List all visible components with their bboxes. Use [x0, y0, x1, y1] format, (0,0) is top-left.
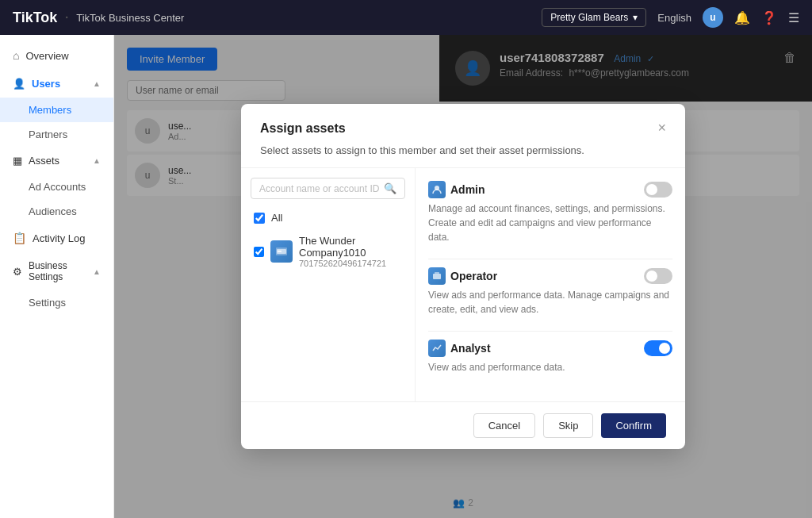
- operator-toggle[interactable]: [644, 268, 672, 284]
- sidebar-section-users[interactable]: 👤 Users ▲: [0, 70, 113, 98]
- account-name: The Wunder Company1010: [299, 235, 402, 259]
- sidebar-item-settings[interactable]: Settings: [0, 290, 113, 315]
- content-area: Invite Member u use... Ad... u use... St…: [114, 35, 812, 518]
- sidebar-label-settings: Settings: [29, 297, 66, 309]
- assign-assets-modal: Assign assets × Select assets to assign …: [241, 104, 685, 449]
- sidebar-section-assets[interactable]: ▦ Assets ▲: [0, 147, 113, 175]
- sidebar-item-overview[interactable]: ⌂ Overview: [0, 41, 113, 70]
- sidebar-item-partners[interactable]: Partners: [0, 122, 113, 147]
- brand-name: TikTok: [13, 10, 57, 26]
- analyst-role-name: Analyst: [450, 342, 491, 355]
- users-icon: 👤: [13, 78, 25, 90]
- topbar: TikTok · TikTok Business Center Pretty G…: [0, 0, 812, 35]
- analyst-toggle[interactable]: [644, 340, 672, 356]
- notification-icon[interactable]: 🔔: [734, 10, 750, 25]
- sidebar-item-members[interactable]: Members: [0, 98, 113, 122]
- modal-left-panel: 🔍 All: [241, 168, 416, 401]
- sidebar-item-audiences[interactable]: Audiences: [0, 199, 113, 224]
- account-switcher-button[interactable]: Pretty Glam Bears ▾: [542, 8, 646, 27]
- assets-chevron-icon: ▲: [93, 156, 101, 165]
- account-icon: [270, 240, 293, 263]
- role-divider-2: [428, 331, 672, 332]
- sidebar-label-ad-accounts: Ad Accounts: [29, 181, 86, 193]
- role-title-operator: Operator: [428, 267, 497, 285]
- sidebar-label-assets: Assets: [29, 155, 59, 167]
- role-header-admin: Admin: [428, 181, 672, 198]
- role-header-operator: Operator: [428, 267, 672, 285]
- analyst-role-icon: [428, 340, 446, 357]
- search-icon: 🔍: [384, 182, 396, 194]
- all-label[interactable]: All: [271, 212, 282, 224]
- modal-right-panel: Admin Manage ad account finances, settin…: [416, 168, 685, 401]
- confirm-button[interactable]: Confirm: [601, 413, 666, 438]
- account-checkbox[interactable]: [254, 247, 264, 257]
- sidebar-item-activity-log[interactable]: 📋 Activity Log: [0, 224, 113, 252]
- role-section-admin: Admin Manage ad account finances, settin…: [428, 181, 672, 244]
- menu-icon[interactable]: ☰: [788, 10, 799, 25]
- role-header-analyst: Analyst: [428, 340, 672, 357]
- role-divider-1: [428, 259, 672, 259]
- admin-toggle[interactable]: [644, 182, 672, 198]
- main-layout: ⌂ Overview 👤 Users ▲ Members Partners ▦ …: [0, 35, 812, 518]
- account-info: The Wunder Company1010 70175262049617472…: [299, 235, 402, 268]
- svg-rect-5: [435, 272, 439, 274]
- cancel-button[interactable]: Cancel: [473, 413, 535, 438]
- account-search-input[interactable]: [259, 183, 384, 194]
- modal-header: Assign assets ×: [241, 104, 685, 144]
- svg-rect-4: [433, 274, 441, 279]
- assets-icon: ▦: [13, 155, 22, 167]
- admin-role-desc: Manage ad account finances, settings, an…: [428, 201, 672, 244]
- account-id: 701752620496174721: [299, 259, 402, 268]
- operator-role-name: Operator: [450, 270, 497, 282]
- account-search-field[interactable]: 🔍: [251, 178, 405, 199]
- sidebar-label-business-settings: Business Settings: [29, 260, 93, 282]
- admin-toggle-slider: [644, 182, 672, 198]
- analyst-toggle-slider: [644, 340, 672, 356]
- all-checkbox-row: All: [251, 207, 405, 228]
- modal-body: 🔍 All: [241, 167, 685, 401]
- sidebar-section-business-settings[interactable]: ⚙ Business Settings ▲: [0, 252, 113, 290]
- admin-role-icon: [428, 181, 446, 198]
- role-title-admin: Admin: [428, 181, 485, 198]
- sidebar-label-audiences: Audiences: [29, 205, 77, 217]
- role-section-analyst: Analyst View ads and performance data.: [428, 340, 672, 374]
- sidebar-label-partners: Partners: [29, 129, 67, 140]
- svg-rect-2: [278, 251, 282, 252]
- settings-icon: ⚙: [13, 266, 22, 278]
- modal-footer: Cancel Skip Confirm: [241, 401, 685, 449]
- skip-button[interactable]: Skip: [543, 413, 593, 438]
- sidebar-item-ad-accounts[interactable]: Ad Accounts: [0, 175, 113, 199]
- account-item-row: The Wunder Company1010 70175262049617472…: [251, 228, 405, 274]
- users-chevron-icon: ▲: [93, 79, 101, 88]
- modal-close-button[interactable]: ×: [657, 120, 666, 136]
- account-name: Pretty Glam Bears: [550, 12, 628, 23]
- modal-overlay: Assign assets × Select assets to assign …: [114, 35, 812, 518]
- modal-title: Assign assets: [260, 121, 346, 136]
- help-icon[interactable]: ❓: [761, 10, 777, 25]
- operator-role-desc: View ads and performance data. Manage ca…: [428, 288, 672, 317]
- sidebar-label-overview: Overview: [25, 50, 68, 62]
- app-logo: TikTok · TikTok Business Center: [13, 10, 184, 26]
- role-title-analyst: Analyst: [428, 340, 491, 357]
- modal-subtitle: Select assets to assign to this member a…: [241, 144, 685, 167]
- logo-separator: ·: [65, 11, 68, 24]
- user-avatar[interactable]: u: [703, 7, 723, 28]
- language-selector[interactable]: English: [657, 12, 691, 24]
- all-checkbox[interactable]: [254, 213, 265, 224]
- admin-role-name: Admin: [450, 183, 485, 196]
- operator-role-icon: [428, 267, 446, 285]
- sidebar-label-members: Members: [29, 104, 71, 116]
- sidebar-label-activity-log: Activity Log: [33, 232, 85, 244]
- operator-toggle-slider: [644, 268, 672, 284]
- chevron-down-icon: ▾: [633, 12, 638, 23]
- analyst-role-desc: View ads and performance data.: [428, 360, 672, 374]
- role-section-operator: Operator View ads and performance data. …: [428, 267, 672, 317]
- topbar-right: Pretty Glam Bears ▾ English u 🔔 ❓ ☰: [542, 7, 799, 28]
- sidebar: ⌂ Overview 👤 Users ▲ Members Partners ▦ …: [0, 35, 114, 518]
- app-subtitle: TikTok Business Center: [76, 12, 184, 24]
- biz-settings-chevron-icon: ▲: [93, 267, 101, 276]
- home-icon: ⌂: [13, 49, 19, 62]
- sidebar-label-users: Users: [32, 78, 60, 90]
- activity-log-icon: 📋: [13, 232, 26, 244]
